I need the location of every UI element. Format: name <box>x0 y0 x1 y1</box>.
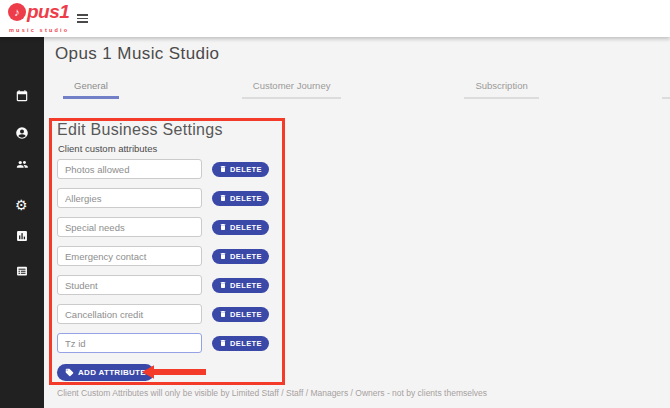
trash-icon <box>219 223 227 231</box>
trash-icon <box>219 310 227 318</box>
tab-general[interactable]: General <box>63 80 119 99</box>
delete-attribute-button[interactable]: DELETE <box>212 336 269 351</box>
visibility-footnote: Client Custom Attributes will only be vi… <box>57 388 487 398</box>
section-title: Edit Business Settings <box>57 121 223 139</box>
attribute-input[interactable] <box>57 333 202 353</box>
tab-payment-truncated[interactable]: Pa <box>662 80 670 99</box>
delete-attribute-button[interactable]: DELETE <box>212 307 269 322</box>
delete-label: DELETE <box>230 281 262 290</box>
attributes-label: Client custom attributes <box>58 143 157 154</box>
page-title: Opus 1 Music Studio <box>55 44 219 64</box>
attribute-input[interactable] <box>57 275 202 295</box>
delete-label: DELETE <box>230 223 262 232</box>
account-icon[interactable] <box>15 126 29 140</box>
tab-customer-journey[interactable]: Customer Journey <box>242 80 342 99</box>
settings-tab-bar: General Customer Journey Subscription Pa <box>63 80 670 99</box>
attribute-row: DELETE <box>57 275 269 295</box>
delete-label: DELETE <box>230 252 262 261</box>
calendar-icon[interactable] <box>15 89 29 103</box>
people-icon[interactable] <box>15 157 29 171</box>
app-window: ♪ pus1 music studio ⚙ <box>0 0 670 408</box>
add-attribute-label: ADD ATTRIBUTE <box>78 368 146 377</box>
tag-icon <box>65 368 74 377</box>
attribute-row: DELETE <box>57 246 269 266</box>
delete-label: DELETE <box>230 339 262 348</box>
tab-subscription[interactable]: Subscription <box>464 80 538 99</box>
tables-list-icon[interactable] <box>15 264 29 278</box>
trash-icon <box>219 165 227 173</box>
delete-attribute-button[interactable]: DELETE <box>212 220 269 235</box>
attribute-input[interactable] <box>57 304 202 324</box>
attribute-input[interactable] <box>57 188 202 208</box>
logo-brand-text: pus1 <box>27 3 69 21</box>
add-attribute-button[interactable]: ADD ATTRIBUTE <box>57 364 154 381</box>
delete-label: DELETE <box>230 194 262 203</box>
reports-chart-icon[interactable] <box>15 229 29 243</box>
delete-attribute-button[interactable]: DELETE <box>212 278 269 293</box>
top-header-bar: ♪ pus1 music studio <box>0 0 670 37</box>
delete-attribute-button[interactable]: DELETE <box>212 249 269 264</box>
opus1-logo[interactable]: ♪ pus1 <box>8 3 69 21</box>
delete-label: DELETE <box>230 165 262 174</box>
logo-tagline: music studio <box>9 27 69 33</box>
hamburger-menu-icon[interactable] <box>77 14 88 25</box>
attribute-input[interactable] <box>57 217 202 237</box>
attribute-row: DELETE <box>57 304 269 324</box>
attribute-row: DELETE <box>57 333 269 353</box>
delete-attribute-button[interactable]: DELETE <box>212 191 269 206</box>
trash-icon <box>219 194 227 202</box>
music-note-icon: ♪ <box>8 3 26 21</box>
attribute-row: DELETE <box>57 159 269 179</box>
attribute-input[interactable] <box>57 246 202 266</box>
delete-attribute-button[interactable]: DELETE <box>212 162 269 177</box>
attribute-rows: DELETE DELETE DELETE DELETE DELETE <box>57 159 269 362</box>
trash-icon <box>219 252 227 260</box>
settings-gear-icon[interactable]: ⚙ <box>15 196 29 210</box>
trash-icon <box>219 339 227 347</box>
trash-icon <box>219 281 227 289</box>
left-sidebar-nav: ⚙ <box>0 37 44 408</box>
attribute-row: DELETE <box>57 188 269 208</box>
attribute-input[interactable] <box>57 159 202 179</box>
delete-label: DELETE <box>230 310 262 319</box>
attribute-row: DELETE <box>57 217 269 237</box>
